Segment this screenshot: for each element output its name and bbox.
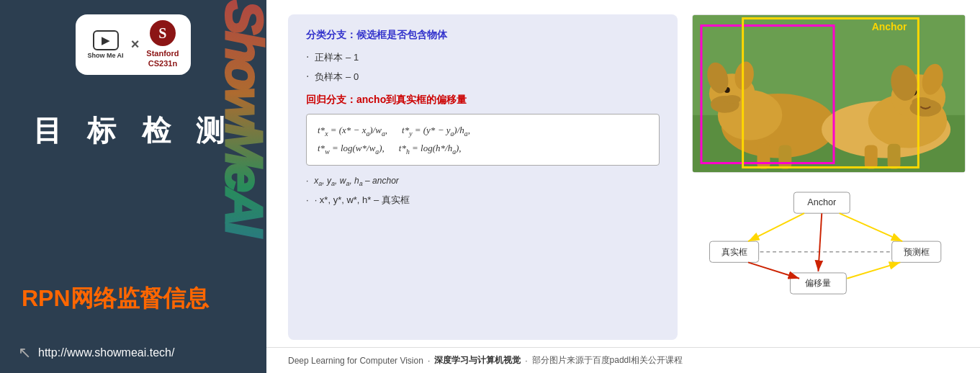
dog-scene-svg: Anchor [693,15,965,172]
slide-right: Anchor Anchor 真实框 预测框 [692,14,966,340]
diagram-area: Anchor 真实框 预测框 偏移量 [692,184,966,340]
slide-left: 分类分支：候选框是否包含物体 · 正样本 – 1 · 负样本 – 0 回归分支：… [288,14,678,340]
diagram-svg: Anchor 真实框 预测框 偏移量 [696,187,962,302]
svg-text:Anchor: Anchor [807,197,836,207]
website-row: ↖ http://www.showmeai.tech/ [14,343,252,362]
svg-rect-20 [865,145,878,169]
stanford-logo: S Stanford CS231n [146,20,179,69]
showme-icon: ▶ [93,30,119,50]
watermark-text: ShowMeAI [215,0,274,373]
footer: Deep Learning for Computer Vision · 深度学习… [266,347,980,373]
dog-image-bg: Anchor [693,15,965,172]
section1-title: 分类分支：候选框是否包含物体 [306,29,660,42]
footer-dot2: · [525,356,527,366]
cursor-icon: ↖ [18,343,31,362]
main-title: 目 标 检 测 [33,111,233,150]
formula-box: t*x = (x* − xa)/wa, t*y = (y* − ya)/ha, … [306,114,660,166]
svg-text:真实框: 真实框 [721,247,747,256]
multiply-sign: × [131,36,140,53]
footer-text3: 部分图片来源于百度paddl相关公开课程 [532,354,683,367]
svg-point-13 [912,97,932,107]
stanford-text: Stanford CS231n [146,48,179,69]
bullet-dot-1: · [306,50,309,63]
svg-rect-19 [778,145,791,169]
bullet-item-1: · 正样本 – 1 [306,50,660,64]
bullet-dot-2: · [306,70,309,83]
svg-text:偏移量: 偏移量 [805,278,831,287]
svg-line-38 [847,262,900,278]
website-url: http://www.showmeai.tech/ [38,346,174,359]
formula-line-1: t*x = (x* − xa)/wa, t*y = (y* − ya)/ha, [318,122,648,140]
footer-text1: Deep Learning for Computer Vision [288,356,423,366]
subtitle: RPN网络监督信息 [14,283,252,315]
svg-text:预测框: 预测框 [904,247,930,256]
play-icon: ▶ [102,35,109,46]
svg-rect-21 [888,144,901,169]
svg-line-37 [748,262,799,278]
bullet-text-1: 正样本 – 1 [315,51,359,64]
real-note-text: · x*, y*, w*, h* – 真实框 [315,194,410,207]
logo-area: ▶ Show Me AI × S Stanford CS231n [76,14,190,75]
footer-dot1: · [428,356,430,366]
svg-rect-18 [758,144,770,169]
formula-line-2: t*w = log(w*/wa), t*h = log(h*/ha), [318,140,648,158]
content-box: 分类分支：候选框是否包含物体 · 正样本 – 1 · 负样本 – 0 回归分支：… [288,14,678,340]
dog-image-container: Anchor [692,14,966,173]
svg-line-34 [840,213,903,241]
svg-text:Anchor: Anchor [872,21,907,32]
bullet-item-2: · 负样本 – 0 [306,70,660,84]
showme-text: Show Me AI [87,52,123,59]
anchor-note: · xa, ya, wa, ha – anchor [306,176,660,187]
bullet-text-2: 负样本 – 0 [315,71,359,84]
showme-logo: ▶ Show Me AI [87,30,123,59]
stanford-s-badge: S [150,20,176,46]
slide-area: 分类分支：候选框是否包含物体 · 正样本 – 1 · 负样本 – 0 回归分支：… [266,0,980,347]
svg-line-36 [818,213,822,271]
svg-point-7 [724,95,741,104]
svg-line-33 [748,213,804,241]
section2-title: 回归分支：ancho到真实框的偏移量 [306,94,660,107]
main-content: 分类分支：候选框是否包含物体 · 正样本 – 1 · 负样本 – 0 回归分支：… [266,0,980,373]
real-note: · · x*, y*, w*, h* – 真实框 [306,194,660,207]
footer-text2: 深度学习与计算机视觉 [434,354,521,367]
sidebar: ▶ Show Me AI × S Stanford CS231n 目 标 检 测… [0,0,266,373]
